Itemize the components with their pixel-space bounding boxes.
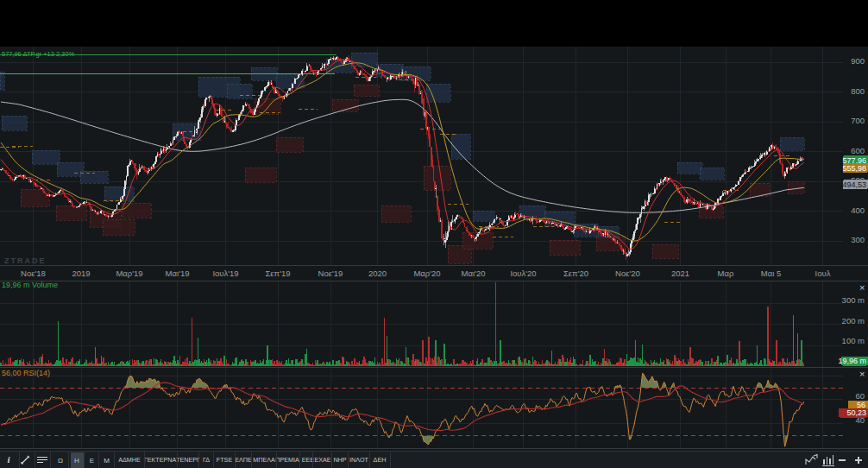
svg-text:300: 300 [851, 235, 865, 244]
svg-text:Ιουλ'20: Ιουλ'20 [510, 269, 536, 278]
svg-text:Μ: Μ [104, 457, 110, 465]
svg-text:56,00 RSI(14): 56,00 RSI(14) [2, 369, 50, 377]
svg-text:577,96 ΔΤΡ.gr +13 2,30%: 577,96 ΔΤΡ.gr +13 2,30% [2, 50, 74, 58]
svg-text:494,53: 494,53 [842, 180, 866, 189]
svg-text:19,96 m: 19,96 m [838, 357, 866, 365]
svg-text:700: 700 [851, 116, 865, 125]
svg-text:Μαι'19: Μαι'19 [166, 269, 190, 278]
svg-text:300 m: 300 m [842, 295, 865, 305]
svg-text:Μαρ'19: Μαρ'19 [116, 269, 142, 278]
svg-text:Μαι 5: Μαι 5 [761, 269, 781, 278]
svg-text:2021: 2021 [671, 269, 689, 278]
svg-text:Ιουλ'19: Ιουλ'19 [212, 269, 238, 278]
svg-text:50,23: 50,23 [846, 408, 866, 417]
svg-text:Μαρ'20: Μαρ'20 [413, 269, 440, 278]
svg-text:Ω: Ω [58, 457, 63, 465]
svg-text:ΜΠΕΛΑ: ΜΠΕΛΑ [253, 456, 275, 464]
svg-text:2020: 2020 [368, 269, 387, 278]
svg-text:100 m: 100 m [842, 336, 865, 345]
svg-text:Η: Η [74, 457, 79, 465]
svg-text:60: 60 [855, 391, 865, 401]
svg-text:200 m: 200 m [842, 316, 865, 326]
svg-text:2019: 2019 [72, 269, 90, 278]
svg-text:Νοε'19: Νοε'19 [318, 269, 343, 278]
svg-text:ΓΔ: ΓΔ [203, 456, 210, 464]
svg-text:×: × [859, 282, 865, 293]
svg-text:ΤΕΝΕΡΓ: ΤΕΝΕΡΓ [176, 456, 200, 464]
svg-text:ΔΕΗ: ΔΕΗ [374, 456, 387, 464]
svg-text:400: 400 [851, 206, 865, 215]
svg-text:FTSE: FTSE [217, 456, 233, 464]
svg-text:ΓΕΚΤΕΡΝΑ: ΓΕΚΤΕΡΝΑ [144, 456, 177, 464]
svg-text:555,98: 555,98 [842, 164, 866, 173]
svg-text:Ιουλ: Ιουλ [815, 269, 831, 278]
svg-text:600: 600 [851, 146, 865, 155]
svg-text:Σεπ'20: Σεπ'20 [563, 269, 588, 278]
svg-text:ΠΡΕΜΙΑ: ΠΡΕΜΙΑ [275, 456, 299, 464]
svg-text:Μαρ: Μαρ [718, 269, 734, 278]
svg-text:ΕΧΑΕ: ΕΧΑΕ [314, 456, 330, 464]
svg-text:Ε: Ε [90, 457, 94, 465]
svg-text:Μαι'20: Μαι'20 [462, 269, 486, 278]
svg-text:Νοε'18: Νοε'18 [21, 269, 46, 278]
svg-text:ZTRADE: ZTRADE [4, 256, 47, 265]
svg-text:19,96 m Volume: 19,96 m Volume [2, 281, 58, 289]
svg-text:ΑΔΜΗΕ: ΑΔΜΗΕ [118, 456, 141, 464]
svg-text:800: 800 [851, 86, 865, 96]
svg-text:Νοε'20: Νοε'20 [615, 269, 640, 278]
svg-text:900: 900 [851, 56, 865, 66]
svg-text:ΙΝΛΟΤ: ΙΝΛΟΤ [349, 456, 368, 464]
svg-text:ΝΗΡ: ΝΗΡ [333, 456, 346, 464]
svg-text:ΕΛΠΕ: ΕΛΠΕ [235, 456, 252, 464]
svg-text:×: × [859, 369, 865, 379]
svg-text:Σεπ'19: Σεπ'19 [265, 269, 290, 278]
